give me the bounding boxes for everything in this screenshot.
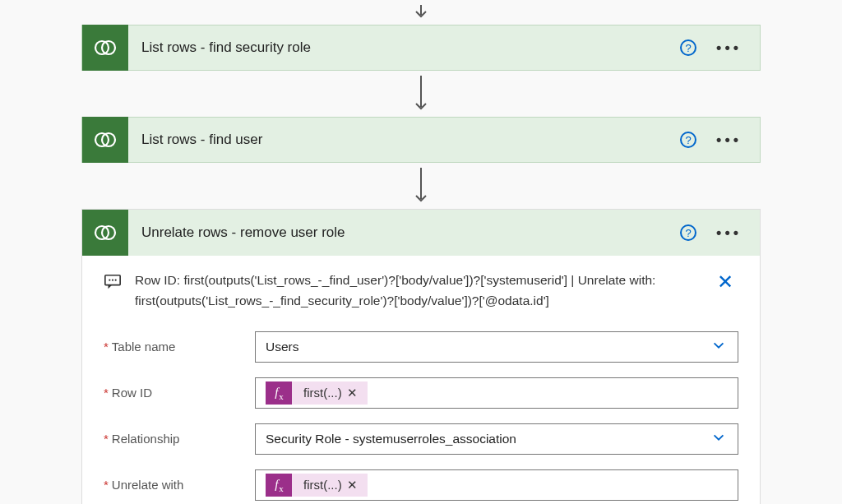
step-title: List rows - find user — [128, 132, 680, 148]
field-label: * Table name — [104, 340, 255, 354]
required-asterisk: * — [104, 340, 109, 354]
help-icon[interactable]: ? — [680, 132, 696, 148]
dropdown-value: Security Role - systemuserroles_associat… — [266, 432, 516, 446]
required-asterisk: * — [104, 478, 109, 492]
comment-text: Row ID: first(outputs('List_rows_-_find_… — [135, 270, 701, 312]
expression-token[interactable]: fx first(...) ✕ — [266, 474, 368, 497]
chevron-down-icon — [711, 338, 726, 356]
field-label: * Unrelate with — [104, 478, 255, 492]
step-card-unrelate-rows: Unrelate rows - remove user role ? ••• — [81, 209, 761, 504]
expression-token[interactable]: fx first(...) ✕ — [266, 381, 368, 405]
token-remove-icon[interactable]: ✕ — [347, 478, 358, 492]
close-icon[interactable]: ✕ — [712, 270, 738, 294]
more-menu-button[interactable]: ••• — [716, 40, 742, 55]
fx-icon: fx — [266, 381, 292, 405]
more-menu-button[interactable]: ••• — [716, 225, 742, 240]
unrelate-with-input[interactable]: fx first(...) ✕ — [255, 469, 738, 501]
field-label: * Relationship — [104, 432, 255, 446]
step-title: Unrelate rows - remove user role — [128, 224, 680, 241]
connector-arrow — [0, 163, 842, 209]
step-body: Row ID: first(outputs('List_rows_-_find_… — [82, 256, 760, 504]
connector-arrow — [0, 71, 842, 117]
step-header[interactable]: Unrelate rows - remove user role ? ••• — [82, 210, 760, 256]
relationship-dropdown[interactable]: Security Role - systemuserroles_associat… — [255, 423, 738, 455]
svg-point-12 — [115, 280, 117, 281]
field-row-id: * Row ID fx first(...) ✕ — [104, 377, 738, 409]
field-unrelate-with: * Unrelate with fx first(...) ✕ — [104, 469, 738, 501]
dataverse-icon — [82, 210, 128, 256]
row-id-input[interactable]: fx first(...) ✕ — [255, 377, 738, 409]
field-relationship: * Relationship Security Role - systemuse… — [104, 423, 738, 455]
chevron-down-icon — [711, 430, 726, 448]
step-title: List rows - find security role — [128, 39, 680, 56]
token-remove-icon[interactable]: ✕ — [347, 386, 358, 400]
fx-icon: fx — [266, 474, 292, 497]
required-asterisk: * — [104, 432, 109, 446]
dataverse-icon — [82, 25, 128, 71]
help-icon[interactable]: ? — [680, 39, 696, 56]
step-card-list-rows-find-user[interactable]: List rows - find user ? ••• — [81, 117, 761, 163]
token-label: first(...) — [303, 478, 342, 492]
dropdown-value: Users — [266, 340, 298, 354]
field-label: * Row ID — [104, 386, 255, 400]
table-name-dropdown[interactable]: Users — [255, 331, 738, 363]
dataverse-icon — [82, 117, 128, 163]
comment-row: Row ID: first(outputs('List_rows_-_find_… — [104, 270, 738, 312]
step-card-list-rows-security-role[interactable]: List rows - find security role ? ••• — [81, 25, 761, 71]
help-icon[interactable]: ? — [680, 224, 696, 241]
required-asterisk: * — [104, 386, 109, 400]
token-label: first(...) — [303, 386, 342, 400]
comment-icon — [104, 273, 123, 294]
svg-point-10 — [109, 280, 110, 281]
field-table-name: * Table name Users — [104, 331, 738, 363]
connector-arrow — [0, 0, 842, 25]
more-menu-button[interactable]: ••• — [716, 132, 742, 147]
svg-point-11 — [112, 280, 113, 281]
